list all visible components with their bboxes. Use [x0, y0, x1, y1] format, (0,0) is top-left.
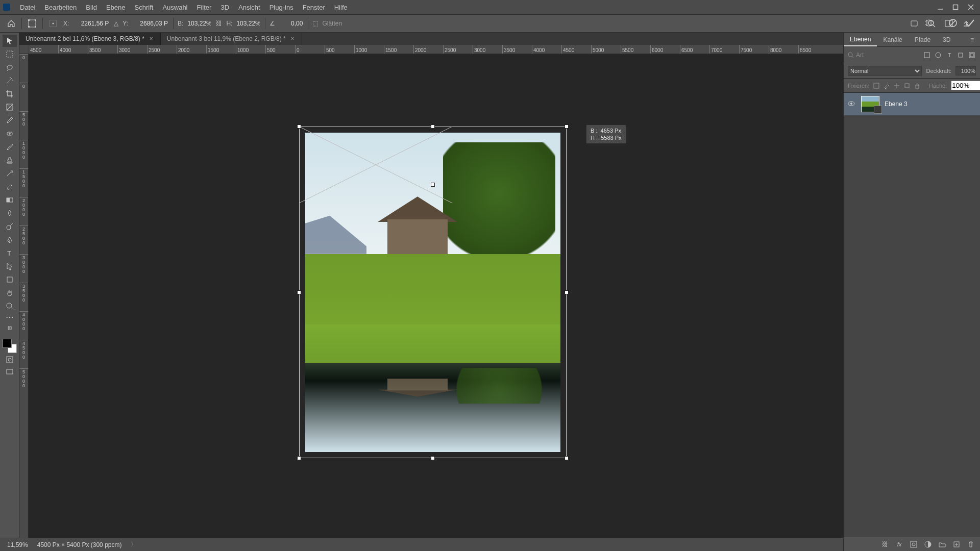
zoom-level[interactable]: 11,59%: [7, 541, 28, 548]
layer-name[interactable]: Ebene 3: [885, 101, 908, 108]
crop-tool-icon[interactable]: [3, 88, 17, 100]
filter-type-icon[interactable]: T: [945, 51, 953, 59]
transform-target[interactable]: [299, 127, 567, 458]
canvas-area[interactable]: 4500400035003000250020001500100050005001…: [19, 45, 843, 538]
minimize-button[interactable]: [934, 3, 946, 12]
dodge-tool-icon[interactable]: [3, 220, 17, 233]
menu-bearbeiten[interactable]: Bearbeiten: [40, 4, 81, 11]
handle-tr[interactable]: [565, 124, 569, 129]
menu-schrift[interactable]: Schrift: [130, 4, 158, 11]
layer-item[interactable]: Ebene 3: [844, 93, 980, 115]
lock-artboard-icon[interactable]: [904, 82, 910, 90]
color-swatches[interactable]: [3, 339, 17, 353]
tab-pfade[interactable]: Pfade: [909, 33, 937, 46]
fill-field[interactable]: [951, 81, 980, 90]
menu-auswahl[interactable]: Auswahl: [158, 4, 192, 11]
menu-datei[interactable]: Datei: [15, 4, 40, 11]
home-icon[interactable]: [5, 17, 17, 30]
height-field[interactable]: [236, 20, 261, 27]
eyedropper-tool-icon[interactable]: [3, 114, 17, 127]
lock-pixels-icon[interactable]: [873, 82, 879, 90]
hand-tool-icon[interactable]: [3, 287, 17, 299]
handle-tl[interactable]: [297, 124, 301, 129]
maximize-button[interactable]: [949, 3, 962, 12]
pen-tool-icon[interactable]: [3, 234, 17, 246]
handle-mr[interactable]: [565, 290, 569, 294]
reference-point-icon[interactable]: [47, 17, 59, 30]
marquee-tool-icon[interactable]: [3, 48, 17, 60]
workspace-icon[interactable]: [944, 19, 953, 28]
link-icon[interactable]: ⛓: [216, 20, 222, 27]
blur-tool-icon[interactable]: [3, 207, 17, 219]
menu-3d[interactable]: 3D: [216, 4, 234, 11]
frame-tool-icon[interactable]: [3, 101, 17, 113]
brush-tool-icon[interactable]: [3, 141, 17, 153]
cloud-docs-icon[interactable]: [910, 19, 919, 28]
opacity-field[interactable]: [955, 66, 976, 76]
menu-hilfe[interactable]: Hilfe: [330, 4, 352, 11]
screenmode-icon[interactable]: [3, 366, 17, 378]
zoom-tool-icon[interactable]: [3, 300, 17, 312]
delta-icon[interactable]: △: [114, 20, 118, 27]
status-more-icon[interactable]: 〉: [131, 540, 137, 549]
gradient-tool-icon[interactable]: [3, 194, 17, 206]
doc-tab-1[interactable]: Unbenannt-2 bei 11,6% (Ebene 3, RGB/8) *…: [19, 33, 161, 45]
type-tool-icon[interactable]: T: [3, 247, 17, 259]
panel-menu-icon[interactable]: ≡: [964, 33, 980, 46]
width-field[interactable]: [187, 20, 212, 27]
lock-all-icon[interactable]: [914, 82, 920, 90]
fx-icon[interactable]: fx: [895, 540, 903, 548]
y-field[interactable]: [132, 20, 169, 27]
lock-paint-icon[interactable]: [884, 82, 890, 90]
mask-icon[interactable]: [910, 540, 918, 548]
menu-bild[interactable]: Bild: [81, 4, 102, 11]
layer-thumbnail[interactable]: [861, 96, 879, 112]
visibility-icon[interactable]: [848, 100, 856, 109]
link-layers-icon[interactable]: ⛓: [881, 540, 889, 548]
close-tab-icon[interactable]: ×: [150, 35, 153, 42]
handle-center[interactable]: [431, 183, 435, 187]
handle-tc[interactable]: [431, 124, 435, 129]
ruler-horizontal[interactable]: 4500400035003000250020001500100050005001…: [29, 45, 843, 54]
move-tool-icon[interactable]: [3, 35, 17, 47]
doc-tab-2[interactable]: Unbenannt-3 bei 11,9% (Ebene 2, RGB/8) *…: [161, 33, 302, 45]
stamp-tool-icon[interactable]: [3, 154, 17, 166]
handle-ml[interactable]: [297, 290, 301, 294]
menu-fenster[interactable]: Fenster: [298, 4, 330, 11]
lock-position-icon[interactable]: [894, 82, 900, 90]
more-tools-icon[interactable]: ⋯: [3, 313, 17, 320]
healing-tool-icon[interactable]: [3, 128, 17, 140]
filter-image-icon[interactable]: [923, 51, 931, 59]
menu-plugins[interactable]: Plug-ins: [265, 4, 298, 11]
blend-mode-select[interactable]: Normal: [848, 66, 922, 76]
tab-3d[interactable]: 3D: [937, 33, 957, 46]
filter-shape-icon[interactable]: [957, 51, 965, 59]
transform-tool-icon[interactable]: [26, 17, 38, 30]
angle-field[interactable]: [279, 20, 304, 27]
fg-color-swatch[interactable]: [3, 339, 12, 348]
close-tab-icon[interactable]: ×: [291, 35, 295, 42]
layer-filter-search[interactable]: Art: [848, 52, 920, 59]
shape-tool-icon[interactable]: [3, 273, 17, 286]
antialias-icon[interactable]: ⬚: [312, 20, 318, 27]
menu-ebene[interactable]: Ebene: [102, 4, 130, 11]
filter-smart-icon[interactable]: [968, 51, 976, 59]
handle-bc[interactable]: [431, 456, 435, 460]
edit-toolbar-icon[interactable]: ⊞: [3, 321, 17, 334]
search-icon[interactable]: [927, 19, 936, 28]
delete-icon[interactable]: [967, 540, 975, 548]
eraser-tool-icon[interactable]: [3, 181, 17, 193]
lasso-tool-icon[interactable]: [3, 61, 17, 73]
menu-filter[interactable]: Filter: [192, 4, 216, 11]
handle-bl[interactable]: [297, 456, 301, 460]
doc-dimensions[interactable]: 4500 Px × 5400 Px (300 ppcm): [37, 541, 122, 548]
tab-ebenen[interactable]: Ebenen: [844, 33, 877, 46]
interp-label[interactable]: Glätten: [322, 20, 342, 27]
share-icon[interactable]: [962, 19, 971, 28]
new-layer-icon[interactable]: [952, 540, 961, 548]
wand-tool-icon[interactable]: [3, 74, 17, 87]
ruler-vertical[interactable]: 0050010001500200025003000350040004500500…: [19, 54, 29, 538]
menu-ansicht[interactable]: Ansicht: [234, 4, 265, 11]
filter-adjust-icon[interactable]: [934, 51, 942, 59]
layer-list[interactable]: Ebene 3: [844, 93, 980, 537]
